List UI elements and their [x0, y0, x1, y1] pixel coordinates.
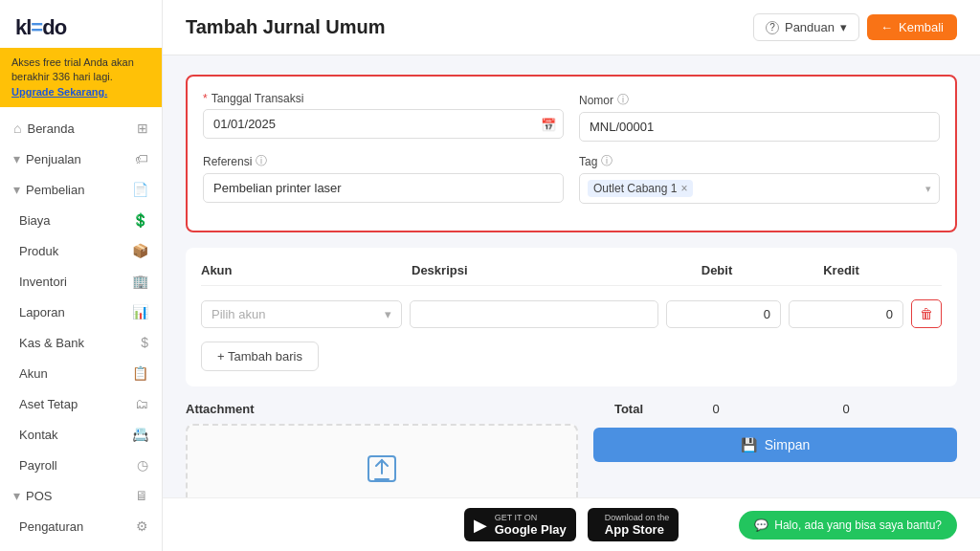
- sidebar-label-akun: Akun: [19, 366, 132, 381]
- kontak-icon: 📇: [132, 427, 148, 442]
- akun-select[interactable]: Pilih akun ▾: [201, 300, 402, 328]
- kredit-input[interactable]: [789, 300, 903, 328]
- total-kredit: 0: [789, 402, 903, 416]
- panduan-button[interactable]: ? Panduan ▾: [753, 13, 859, 41]
- aset-icon: 🗂: [135, 396, 148, 411]
- logo: kl=do: [0, 0, 162, 48]
- tag-item-outlet: Outlet Cabang 1 ×: [588, 180, 693, 197]
- col-header-debit: Debit: [655, 263, 779, 277]
- page-title: Tambah Jurnal Umum: [186, 16, 386, 38]
- tag-group: Tag ⓘ Outlet Cabang 1 × ▾: [579, 153, 940, 204]
- deskripsi-input[interactable]: [410, 300, 658, 328]
- sidebar-label-inventori: Inventori: [19, 275, 132, 289]
- col-header-deskripsi: Deskripsi: [412, 263, 655, 277]
- google-play-badge[interactable]: ▶ GET IT ON Google Play: [464, 508, 576, 541]
- sidebar-item-produk[interactable]: Produk 📦: [0, 235, 162, 266]
- sidebar-label-biaya: Biaya: [19, 213, 132, 228]
- tag-input-field[interactable]: Outlet Cabang 1 × ▾: [579, 173, 940, 204]
- sidebar-label-pos: POS: [26, 489, 135, 503]
- nomor-input[interactable]: [579, 112, 940, 142]
- sidebar-item-beranda[interactable]: ⌂ Beranda ⊞: [0, 113, 162, 143]
- panduan-arrow-icon: ▾: [840, 20, 847, 34]
- panduan-label: Panduan: [785, 20, 835, 34]
- debit-input[interactable]: [666, 300, 781, 328]
- referensi-input[interactable]: [203, 173, 564, 203]
- save-icon: 💾: [741, 437, 757, 452]
- sidebar-item-laporan[interactable]: Laporan 📊: [0, 297, 162, 327]
- sidebar-label-laporan: Laporan: [19, 305, 132, 320]
- bottom-section: Attachment Klik atau seret file ke area …: [186, 402, 957, 497]
- beranda-right-icon: ⊞: [137, 121, 148, 136]
- sidebar-label-aset-tetap: Aset Tetap: [19, 397, 135, 411]
- sidebar-item-akun[interactable]: Akun 📋: [0, 358, 162, 388]
- pos-icon: 🖥: [135, 488, 148, 503]
- sidebar-item-kasbank[interactable]: Kas & Bank $: [0, 327, 162, 358]
- payroll-icon: ◷: [137, 457, 148, 473]
- kembali-label: Kembali: [899, 20, 944, 34]
- penjualan-icon: ▾: [13, 151, 20, 166]
- pos-arrow: ▾: [13, 488, 20, 503]
- kembali-button[interactable]: ← Kembali: [867, 14, 957, 40]
- sidebar-label-produk: Produk: [19, 244, 132, 258]
- required-indicator: *: [203, 92, 208, 105]
- sidebar-label-beranda: Beranda: [27, 121, 137, 136]
- simpan-label: Simpan: [765, 437, 810, 452]
- referensi-label: Referensi: [203, 155, 252, 168]
- pembelian-icon: ▾: [13, 182, 20, 197]
- sidebar-item-pembelian[interactable]: ▾ Pembelian 📄: [0, 174, 162, 205]
- produk-icon: 📦: [132, 243, 148, 258]
- sidebar-item-pos[interactable]: ▾ POS 🖥: [0, 480, 162, 511]
- nomor-group: Nomor ⓘ: [579, 92, 940, 142]
- store-badges: ▶ GET IT ON Google Play Download on the …: [443, 508, 701, 541]
- help-label: Halo, ada yang bisa saya bantu?: [774, 518, 942, 532]
- kembali-arrow-icon: ←: [880, 20, 893, 34]
- sidebar-item-kontak[interactable]: Kontak 📇: [0, 419, 162, 450]
- tanggal-input[interactable]: [203, 109, 564, 139]
- help-button[interactable]: 💬 Halo, ada yang bisa saya bantu?: [739, 511, 957, 540]
- total-debit: 0: [658, 402, 773, 416]
- akun-dropdown-icon: ▾: [385, 307, 391, 321]
- sidebar-item-biaya[interactable]: Biaya 💲: [0, 205, 162, 235]
- main-footer: ▶ GET IT ON Google Play Download on the …: [163, 497, 980, 551]
- akun-icon: 📋: [132, 365, 148, 381]
- sidebar-item-payroll[interactable]: Payroll ◷: [0, 450, 162, 480]
- total-label: Total: [614, 402, 643, 416]
- trial-message: Akses free trial Anda akan berakhir 336 …: [11, 56, 134, 82]
- nomor-label: Nomor: [579, 94, 613, 107]
- penjualan-tag-icon: 🏷: [135, 151, 148, 166]
- sidebar: kl=do Akses free trial Anda akan berakhi…: [0, 0, 163, 551]
- laporan-icon: 📊: [132, 304, 148, 320]
- tanggal-label: Tanggal Transaksi: [212, 92, 304, 105]
- tambah-baris-button[interactable]: + Tambah baris: [201, 342, 319, 371]
- header-actions: ? Panduan ▾ ← Kembali: [753, 13, 957, 41]
- sidebar-item-inventori[interactable]: Inventori 🏢: [0, 266, 162, 297]
- sidebar-label-pengaturan: Pengaturan: [19, 519, 136, 534]
- upgrade-link[interactable]: Upgrade Sekarang.: [11, 86, 107, 98]
- google-play-icon: ▶: [474, 515, 487, 536]
- home-icon: ⌂: [13, 121, 21, 136]
- attachment-label: Attachment: [186, 402, 578, 416]
- attachment-dropzone[interactable]: Klik atau seret file ke area ini untuk m…: [186, 424, 578, 497]
- table-row: Pilih akun ▾ 🗑: [201, 294, 942, 334]
- google-play-bottom: Google Play: [495, 522, 567, 537]
- sidebar-item-pengaturan[interactable]: Pengaturan ⚙: [0, 511, 162, 541]
- col-header-akun: Akun: [201, 263, 412, 277]
- tanggal-group: * Tanggal Transaksi 📅: [203, 92, 564, 142]
- nomor-info-icon: ⓘ: [617, 92, 629, 108]
- pengaturan-icon: ⚙: [136, 518, 148, 534]
- delete-row-button[interactable]: 🗑: [911, 299, 942, 328]
- simpan-button[interactable]: 💾 Simpan: [593, 428, 957, 462]
- tag-dropdown-arrow: ▾: [925, 183, 931, 195]
- upload-icon: [203, 449, 561, 495]
- sidebar-item-aset-tetap[interactable]: Aset Tetap 🗂: [0, 388, 162, 419]
- tag-value: Outlet Cabang 1: [593, 182, 677, 195]
- app-store-badge[interactable]: Download on the App Store: [588, 508, 679, 541]
- sidebar-item-faq[interactable]: FAQ ?: [0, 541, 162, 551]
- google-play-top: GET IT ON: [495, 513, 567, 522]
- tag-close-button[interactable]: ×: [680, 182, 687, 195]
- referensi-group: Referensi ⓘ: [203, 153, 564, 204]
- kasbank-icon: $: [141, 335, 148, 350]
- sidebar-item-penjualan[interactable]: ▾ Penjualan 🏷: [0, 143, 162, 174]
- logo-text: kl=do: [15, 15, 66, 39]
- trial-banner: Akses free trial Anda akan berakhir 336 …: [0, 48, 162, 107]
